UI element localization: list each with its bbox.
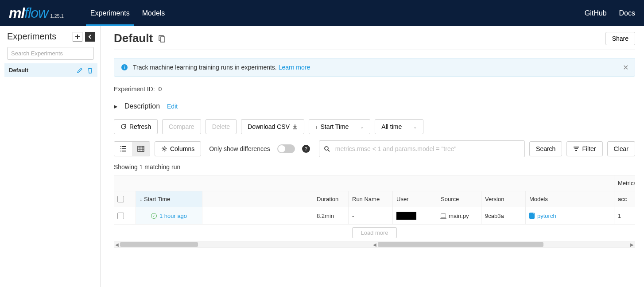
compare-button: Compare bbox=[162, 119, 201, 134]
filter-button[interactable]: Filter bbox=[566, 141, 602, 156]
col-group-metrics[interactable]: Metrics › bbox=[614, 175, 635, 191]
grid-view-button[interactable] bbox=[132, 142, 150, 156]
top-header: mlflow 1.25.1 Experiments Models GitHub … bbox=[0, 0, 644, 26]
download-icon bbox=[292, 124, 298, 129]
logo-ml: ml bbox=[9, 5, 24, 21]
svg-point-3 bbox=[163, 148, 165, 150]
cell-run-name: - bbox=[349, 207, 393, 225]
only-diff-toggle[interactable] bbox=[277, 144, 295, 153]
cell-models[interactable]: pytorch bbox=[526, 207, 614, 225]
page-title: Default bbox=[114, 31, 153, 45]
logo-version: 1.25.1 bbox=[50, 13, 64, 19]
cell-source[interactable]: main.py bbox=[437, 207, 481, 225]
main-content: Default Share i Track machine learning t… bbox=[101, 26, 644, 287]
load-more-row: Load more bbox=[114, 225, 635, 241]
share-button[interactable]: Share bbox=[605, 32, 635, 45]
trash-icon[interactable] bbox=[87, 67, 93, 74]
cell-user bbox=[393, 207, 437, 225]
col-duration[interactable]: Duration bbox=[313, 191, 349, 207]
file-icon bbox=[529, 213, 535, 219]
col-user[interactable]: User bbox=[393, 191, 437, 207]
sidebar-item-default[interactable]: Default bbox=[4, 63, 97, 77]
search-runs-input[interactable] bbox=[335, 145, 520, 152]
copy-icon[interactable] bbox=[157, 35, 165, 43]
edit-description-link[interactable]: Edit bbox=[167, 103, 178, 110]
view-toggle bbox=[114, 141, 150, 156]
time-range-select[interactable]: All time⌄ bbox=[375, 119, 423, 134]
search-experiments-input[interactable] bbox=[7, 47, 94, 60]
showing-count: Showing 1 matching run bbox=[114, 163, 635, 171]
col-spacer bbox=[202, 191, 313, 207]
experiment-id-row: Experiment ID: 0 bbox=[114, 85, 635, 93]
logo: mlflow 1.25.1 bbox=[9, 5, 64, 21]
link-docs[interactable]: Docs bbox=[619, 9, 635, 17]
header-right: GitHub Docs bbox=[585, 9, 635, 17]
cell-start-time[interactable]: ✓ 1 hour ago bbox=[136, 207, 202, 225]
gear-icon bbox=[161, 146, 167, 152]
tab-models[interactable]: Models bbox=[142, 0, 165, 26]
help-icon[interactable]: ? bbox=[302, 145, 310, 153]
cell-acc: 1 bbox=[614, 207, 635, 225]
sidebar-item-label: Default bbox=[9, 67, 28, 74]
laptop-icon bbox=[441, 213, 446, 218]
clear-button[interactable]: Clear bbox=[607, 141, 635, 156]
description-label: Description bbox=[124, 102, 160, 110]
caret-right-icon[interactable]: ▶ bbox=[114, 104, 117, 109]
pencil-icon[interactable] bbox=[77, 67, 83, 74]
toolbar-secondary: Columns Only show differences ? Search F… bbox=[114, 140, 635, 157]
col-run-name[interactable]: Run Name bbox=[349, 191, 393, 207]
grid-icon bbox=[137, 146, 144, 152]
info-banner: i Track machine learning training runs i… bbox=[114, 58, 635, 77]
columns-button[interactable]: Columns bbox=[155, 141, 201, 156]
learn-more-link[interactable]: Learn more bbox=[279, 64, 310, 71]
hscroll-top[interactable]: ◀ ◀ ▶ bbox=[114, 241, 635, 248]
close-icon[interactable]: ✕ bbox=[623, 63, 628, 72]
chevron-left-icon bbox=[88, 35, 92, 39]
runs-table: Metrics › ↓Start Time Duration Run Name … bbox=[114, 175, 635, 248]
search-button[interactable]: Search bbox=[529, 141, 562, 156]
delete-button: Delete bbox=[206, 119, 237, 134]
cell-spacer bbox=[202, 207, 313, 225]
download-csv-button[interactable]: Download CSV bbox=[241, 119, 304, 134]
sidebar: Experiments Default bbox=[0, 26, 101, 287]
filter-icon bbox=[573, 146, 579, 151]
col-models[interactable]: Models bbox=[526, 191, 614, 207]
col-checkbox[interactable] bbox=[114, 191, 136, 207]
cell-duration: 8.2min bbox=[313, 207, 349, 225]
search-icon bbox=[324, 146, 330, 152]
svg-rect-2 bbox=[138, 146, 144, 151]
col-source[interactable]: Source bbox=[437, 191, 481, 207]
collapse-sidebar-button[interactable] bbox=[85, 32, 95, 42]
col-acc[interactable]: acc bbox=[614, 191, 635, 207]
add-experiment-button[interactable] bbox=[73, 32, 82, 42]
load-more-button: Load more bbox=[352, 227, 396, 238]
refresh-icon bbox=[120, 124, 127, 130]
tab-experiments[interactable]: Experiments bbox=[90, 0, 130, 26]
svg-rect-1 bbox=[160, 37, 165, 42]
col-group-blank bbox=[114, 175, 614, 191]
info-icon: i bbox=[121, 64, 128, 70]
toolbar-primary: Refresh Compare Delete Download CSV ↓Sta… bbox=[114, 119, 635, 134]
start-time-select[interactable]: ↓Start Time⌄ bbox=[309, 119, 370, 134]
plus-icon bbox=[75, 34, 80, 39]
svg-point-4 bbox=[325, 147, 328, 150]
nav-tabs: Experiments Models bbox=[90, 0, 165, 26]
list-icon bbox=[120, 146, 127, 152]
link-github[interactable]: GitHub bbox=[585, 9, 607, 17]
refresh-button[interactable]: Refresh bbox=[114, 119, 158, 134]
only-diff-label: Only show differences bbox=[209, 145, 270, 152]
search-box bbox=[319, 140, 525, 157]
cell-version: 9cab3a bbox=[481, 207, 526, 225]
sidebar-title: Experiments bbox=[7, 31, 56, 42]
row-checkbox[interactable] bbox=[114, 207, 136, 225]
list-view-button[interactable] bbox=[114, 142, 132, 156]
logo-flow: flow bbox=[24, 5, 48, 21]
col-start-time[interactable]: ↓Start Time bbox=[136, 191, 202, 207]
status-ok-icon: ✓ bbox=[151, 213, 157, 219]
banner-text: Track machine learning training runs in … bbox=[133, 64, 310, 71]
col-version[interactable]: Version bbox=[481, 191, 526, 207]
